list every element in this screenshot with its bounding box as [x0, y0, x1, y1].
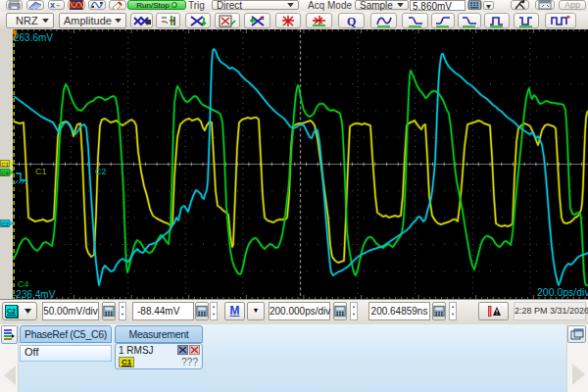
- svg-text:200.0ps/div: 200.0ps/div: [537, 286, 588, 298]
- svg-text:263.6mV: 263.6mV: [14, 32, 53, 43]
- svg-text:C1: C1: [35, 167, 47, 176]
- svg-text:÷: ÷: [56, 1, 61, 10]
- svg-text:C4: C4: [18, 279, 29, 289]
- svg-text:x: x: [50, 0, 55, 10]
- svg-text:C2: C2: [95, 167, 107, 176]
- svg-text:Q: Q: [347, 15, 356, 27]
- svg-text:-236.4mV: -236.4mV: [13, 289, 56, 299]
